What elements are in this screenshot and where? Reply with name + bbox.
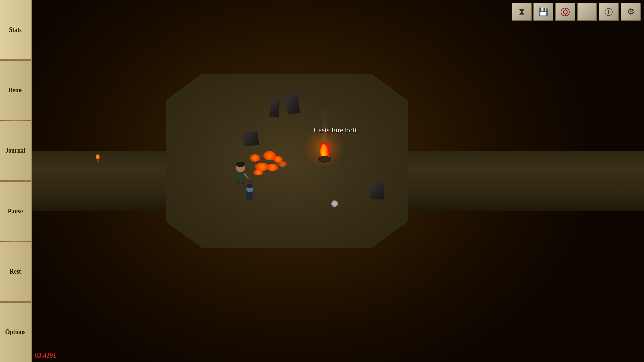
journal-label: Journal — [5, 147, 25, 154]
gear-icon: ⚙ — [627, 7, 635, 17]
plus-icon — [604, 8, 613, 16]
fire-base — [318, 156, 331, 163]
flame-particle-7 — [278, 161, 287, 167]
toolbar-minus-button[interactable]: − — [577, 3, 597, 21]
hourglass-icon: ⧗ — [519, 7, 525, 17]
toolbar-target-button[interactable] — [555, 3, 575, 21]
stone-obstacle-3 — [370, 182, 385, 200]
toolbar-settings-button[interactable]: ⚙ — [621, 3, 641, 21]
sidebar-item-rest[interactable]: Rest — [0, 242, 31, 301]
sidebar-item-options[interactable]: Options — [0, 302, 31, 362]
fire-flame-2 — [320, 144, 327, 156]
sidebar: Stats Items Journal Pause Rest Options — [0, 0, 32, 362]
svg-point-2 — [236, 162, 245, 167]
sidebar-item-items[interactable]: Items — [0, 60, 31, 120]
svg-point-0 — [236, 170, 245, 184]
stone-obstacle-1 — [269, 99, 280, 118]
save-icon: 💾 — [538, 7, 548, 17]
ground-item — [331, 200, 338, 207]
svg-line-10 — [251, 199, 252, 201]
torch-handle-left — [97, 159, 99, 162]
stone-obstacle-4 — [243, 132, 259, 146]
toolbar-save-button[interactable]: 💾 — [533, 3, 553, 21]
corridor-left — [32, 151, 173, 211]
minus-icon: − — [584, 7, 590, 17]
fire-smoke — [324, 104, 325, 144]
sidebar-item-pause[interactable]: Pause — [0, 181, 31, 241]
options-label: Options — [5, 328, 25, 336]
svg-line-9 — [247, 199, 248, 201]
svg-line-4 — [237, 182, 239, 185]
enemy-character — [243, 184, 256, 201]
rest-label: Rest — [10, 268, 21, 275]
svg-line-3 — [244, 174, 248, 179]
stats-label: Stats — [9, 26, 22, 34]
corridor-right — [401, 151, 644, 211]
sidebar-item-stats[interactable]: Stats — [0, 0, 31, 60]
campfire — [315, 139, 335, 163]
top-toolbar: ⧗ 💾 − ⚙ — [512, 3, 641, 21]
flame-particle-6 — [253, 169, 263, 175]
target-icon — [560, 7, 570, 17]
toolbar-hourglass-button[interactable]: ⧗ — [512, 3, 532, 21]
cast-text: Casts Fire bolt — [314, 126, 357, 134]
game-viewport[interactable]: Casts Fire bolt 63.4291 — [32, 0, 644, 362]
items-label: Items — [8, 87, 23, 94]
torch-flame-left — [96, 154, 100, 159]
flame-particle-5 — [267, 164, 278, 171]
sidebar-item-journal[interactable]: Journal — [0, 121, 31, 181]
flame-particle-1 — [250, 154, 260, 162]
svg-point-8 — [246, 184, 253, 188]
torch-left — [96, 154, 100, 161]
pause-label: Pause — [8, 208, 23, 215]
player-character — [231, 160, 250, 185]
coordinates-display: 63.4291 — [35, 352, 56, 359]
coord-value: 63.4291 — [35, 352, 56, 359]
toolbar-plus-button[interactable] — [599, 3, 619, 21]
svg-point-12 — [563, 10, 567, 14]
